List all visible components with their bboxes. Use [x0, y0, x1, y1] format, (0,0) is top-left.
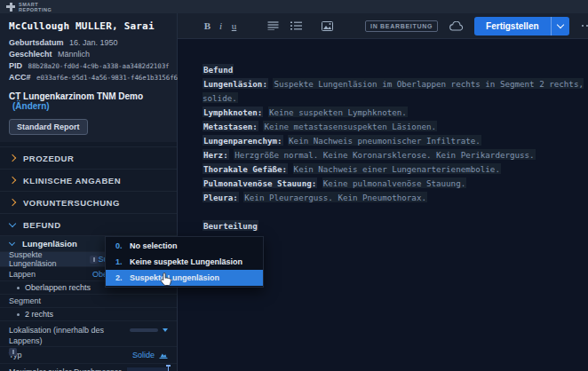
- bold-button[interactable]: B: [201, 20, 214, 31]
- field-lokalisation[interactable]: Lokalisation (innerhalb des Lappens): [0, 321, 177, 347]
- italic-button[interactable]: i: [214, 20, 227, 31]
- dropdown-option-keine-suspekte[interactable]: 1. Keine suspekte Lungenläsion: [106, 254, 263, 270]
- report-field-label[interactable]: Lymphknoten:: [203, 107, 263, 117]
- report-field-label[interactable]: Herz:: [203, 149, 229, 160]
- option-label: Suspekte Lungenläsion: [130, 273, 219, 282]
- report-field-value[interactable]: Keine metastasensuspekten Läsionen.: [263, 121, 437, 131]
- bullet-icon: [17, 287, 20, 289]
- sex-value: Männlich: [58, 50, 90, 59]
- more-options-button[interactable]: [580, 21, 588, 31]
- selected-item-label: 2 rechts: [25, 310, 53, 319]
- sidebar-section-prozedur[interactable]: PROZEDUR: [0, 146, 177, 170]
- logo-text: SMART REPORTING: [19, 2, 52, 12]
- field-select-value[interactable]: [130, 328, 168, 332]
- section-label: KLINISCHE ANGABEN: [23, 176, 121, 186]
- app-window: SMART REPORTING McCullough MULLER, Sarai…: [0, 0, 588, 371]
- pid-label: PID: [9, 61, 22, 70]
- standard-report-button[interactable]: Standard Report: [9, 119, 88, 135]
- sidebar-section-befund[interactable]: BEFUND: [0, 214, 177, 236]
- selected-value: Solide: [132, 351, 155, 359]
- report-field-label[interactable]: Lungenläsion:: [203, 78, 268, 89]
- field-label: Segment: [9, 296, 41, 305]
- plus-logo-icon: [6, 3, 15, 12]
- report-field-label[interactable]: Thorakale Gefäße:: [203, 163, 288, 174]
- chevron-down-icon: [556, 21, 563, 28]
- report-field-value[interactable]: Kein Nachweis einer Lungenarterienemboli…: [293, 163, 501, 174]
- sidebar: McCullough MULLER, Sarai Geburtsdatum 16…: [0, 13, 178, 371]
- smart-reporting-logo: SMART REPORTING: [6, 2, 52, 12]
- report-field-value[interactable]: Herzgröße normal. Keine Koronarsklerose.…: [234, 149, 535, 160]
- field-label: Maximaler axialer Durchmesser: [9, 367, 122, 371]
- option-label: Keine suspekte Lungenläsion: [130, 257, 242, 266]
- report-field-label[interactable]: Metastasen:: [203, 121, 258, 131]
- acc-label: ACC#: [9, 73, 31, 82]
- field-segment[interactable]: Segment: [0, 295, 177, 308]
- report-line: Metastasen: Keine metastasensuspekten Lä…: [203, 119, 588, 133]
- underline-button[interactable]: u: [227, 20, 241, 31]
- selected-item-label: Oberlappen rechts: [25, 283, 91, 292]
- text-cursor-icon: [168, 365, 170, 371]
- birthdate-label: Geburtsdatum: [9, 38, 64, 47]
- unordered-list-icon[interactable]: [267, 21, 279, 30]
- report-field-value[interactable]: Keine pulmonalvenöse Stauung.: [322, 178, 466, 188]
- empty-value-bar: [130, 328, 158, 332]
- diameter-input[interactable]: [127, 367, 168, 371]
- report-line: Thorakale Gefäße: Kein Nachweis einer Lu…: [203, 162, 588, 176]
- mountain-icon: [159, 351, 168, 359]
- report-line: Pulmonalvenöse Stauung: Keine pulmonalve…: [203, 176, 588, 190]
- report-field-label[interactable]: Pleura:: [203, 192, 239, 202]
- shortcut-badge-icon: [90, 256, 98, 264]
- report-heading-befund: Befund: [203, 64, 234, 75]
- field-label: Lappen: [9, 270, 36, 279]
- field-select-value[interactable]: Solide: [132, 351, 168, 359]
- shortcut-badge-icon: [9, 348, 17, 356]
- report-field-value[interactable]: Kein Pleuraerguss. Kein Pneumothorax.: [243, 192, 427, 202]
- pid-row: PID 88b28a20-fd0d-4c9b-a338-aa3482d2103f: [9, 61, 168, 70]
- logo-line2: REPORTING: [19, 7, 52, 12]
- select-dropdown-menu: 0. No selection 1. Keine suspekte Lungen…: [105, 236, 264, 288]
- template-row: CT Lungenkarzinom TNM Demo (Ändern): [9, 91, 168, 111]
- field-max-axialer-durchmesser[interactable]: Maximaler axialer Durchmesser: [0, 364, 177, 371]
- option-number: 2.: [115, 273, 130, 282]
- field-label: Suspekte Lungenläsion: [9, 250, 84, 268]
- cloud-sync-icon[interactable]: [449, 21, 464, 31]
- pid-value: 88b28a20-fd0d-4c9b-a338-aa3482d2103f: [28, 62, 170, 70]
- chevron-down-icon: [9, 239, 15, 245]
- image-icon[interactable]: [322, 21, 333, 31]
- dropdown-option-no-selection[interactable]: 0. No selection: [106, 238, 263, 254]
- report-field-label[interactable]: Lungenparenchym:: [203, 135, 283, 146]
- report-line: Lungenläsion: Suspekte Lungenläsion im O…: [203, 76, 588, 105]
- change-template-link[interactable]: (Ändern): [12, 101, 50, 111]
- section-label: VORUNTERSUCHUNG: [23, 198, 120, 208]
- subsection-label: Lungenläsion: [22, 239, 77, 249]
- option-number: 0.: [115, 241, 130, 250]
- report-field-value[interactable]: Kein Nachweis pneumonischer Infiltrate.: [288, 135, 481, 146]
- dropdown-option-suspekte[interactable]: 2. Suspekte Lungenläsion: [106, 270, 263, 286]
- report-line: Lungenparenchym: Kein Nachweis pneumonis…: [203, 133, 588, 147]
- caret-down-icon: [163, 328, 168, 332]
- chevron-right-icon: [9, 154, 16, 161]
- selected-item-2-rechts[interactable]: 2 rechts: [0, 308, 177, 321]
- report-field-label[interactable]: Pulmonalvenöse Stauung:: [203, 178, 317, 188]
- sidebar-section-klinische-angaben[interactable]: KLINISCHE ANGABEN: [0, 170, 177, 192]
- ordered-list-icon[interactable]: [290, 21, 302, 30]
- option-number: 1.: [115, 257, 130, 266]
- finish-split-button: Fertigstellen: [474, 17, 568, 36]
- birthdate-row: Geburtsdatum 16. Jan. 1950: [9, 38, 168, 47]
- report-line: Pleura: Kein Pleuraerguss. Kein Pneumoth…: [203, 190, 588, 204]
- top-brand-bar: SMART REPORTING: [0, 0, 588, 13]
- sidebar-section-voruntersuchung[interactable]: VORUNTERSUCHUNG: [0, 192, 177, 214]
- editor-toolbar: B i u: [178, 13, 588, 39]
- section-label: BEFUND: [23, 220, 61, 230]
- bullet-icon: [17, 313, 20, 316]
- finish-button[interactable]: Fertigstellen: [474, 17, 550, 36]
- finish-dropdown-button[interactable]: [551, 17, 569, 36]
- report-field-value[interactable]: Keine suspekten Lymphknoten.: [268, 107, 408, 117]
- report-editor[interactable]: Befund Lungenläsion: Suspekte Lungenläsi…: [178, 39, 588, 233]
- sex-row: Geschlecht Männlich: [9, 50, 168, 59]
- section-label: PROZEDUR: [23, 154, 74, 163]
- status-badge: IN BEARBEITUNG: [365, 20, 438, 32]
- option-label: No selection: [130, 241, 178, 250]
- report-line: Lymphknoten: Keine suspekten Lymphknoten…: [203, 105, 588, 119]
- field-label: Lokalisation (innerhalb des Lappens): [9, 325, 123, 346]
